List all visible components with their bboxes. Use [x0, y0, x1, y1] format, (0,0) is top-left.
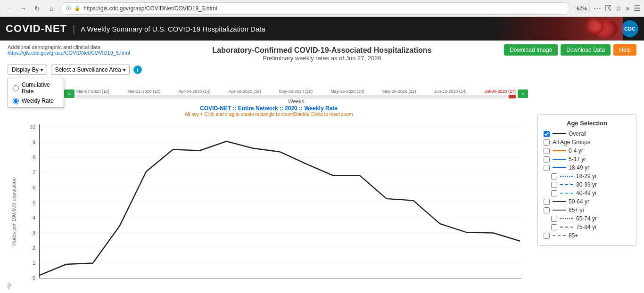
- timeline-back-button[interactable]: «: [64, 90, 74, 98]
- weekly-rate-radio[interactable]: [13, 98, 19, 104]
- age-line-50-64: [553, 201, 566, 202]
- timeline-marker-1: Mar-21-2020 (12): [127, 89, 160, 94]
- age-label-50-64: 50-64 yr: [569, 198, 589, 205]
- age-checkbox-0-4[interactable]: [544, 148, 550, 154]
- age-item-all-groups: All Age Groups: [544, 139, 630, 146]
- more-options-button[interactable]: ⋯: [594, 4, 601, 13]
- age-panel-title: Age Selection: [544, 120, 630, 127]
- chart-area: COVID-NET :: Entire Network :: 2020 :: W…: [8, 105, 636, 293]
- controls-row: Display By Cumulative Rate Weekly Rate S…: [8, 65, 636, 75]
- main-content: Additional demographic and clinical data…: [0, 41, 644, 293]
- age-line-18-29: [560, 176, 573, 177]
- top-right-buttons: Download Image Download Data Help: [504, 44, 636, 56]
- bookmark-star-button[interactable]: ☆: [615, 4, 622, 13]
- reload-button[interactable]: ↻: [32, 3, 42, 14]
- age-line-30-39: [560, 184, 573, 185]
- age-label-65-74: 65-74 yr: [576, 215, 597, 222]
- age-checkbox-50-64[interactable]: [544, 199, 550, 205]
- age-line-85plus: [553, 235, 566, 236]
- age-label-40-49: 40-49 yr: [576, 190, 597, 196]
- age-label-18-29: 18-29 yr: [576, 173, 597, 179]
- timeline-marker-4: May-02-2020 (18): [279, 89, 313, 94]
- svg-text:0: 0: [33, 275, 35, 281]
- svg-text:2: 2: [33, 245, 35, 251]
- age-label-5-17: 5-17 yr: [569, 156, 586, 163]
- site-logo: COVID-NET: [6, 23, 67, 35]
- age-checkbox-all-groups[interactable]: [544, 139, 550, 146]
- timeline-marker-3: Apr-18-2020 (16): [229, 89, 261, 94]
- home-button[interactable]: ⌂: [46, 3, 57, 14]
- site-subtitle: A Weekly Summary of U.S. COVID-19 Hospit…: [81, 25, 265, 33]
- age-item-30-39: 30-39 yr: [551, 181, 630, 188]
- display-by-dropdown: Cumulative Rate Weekly Rate: [8, 78, 64, 108]
- age-label-0-4: 0-4 yr: [569, 147, 583, 154]
- age-checkbox-75-84[interactable]: [551, 224, 557, 230]
- weeks-label: Weeks: [64, 98, 528, 104]
- top-links: Additional demographic and clinical data…: [8, 44, 130, 56]
- cumulative-rate-option[interactable]: Cumulative Rate: [8, 80, 64, 96]
- age-label-18-49: 18-49 yr: [569, 164, 589, 171]
- page-subtitle: Preliminary weekly rates as of Jun 27, 2…: [8, 55, 636, 62]
- age-line-overall: [553, 133, 566, 134]
- display-by-button[interactable]: Display By: [8, 65, 47, 75]
- chart-svg[interactable]: 0 1 2 3 4 5 6 7 8 9 10 11: [8, 119, 530, 293]
- address-bar[interactable]: ☉ 🔒: [60, 2, 570, 15]
- url-input[interactable]: [83, 5, 565, 12]
- age-label-all-groups: All Age Groups: [553, 139, 590, 146]
- weekly-rate-option[interactable]: Weekly Rate: [8, 96, 64, 106]
- timeline-marker-7: Jun-13-2020 (24): [434, 89, 467, 94]
- site-header: COVID-NET | A Weekly Summary of U.S. COV…: [0, 17, 644, 41]
- age-item-18-29: 18-29 yr: [551, 173, 630, 179]
- svg-text:Rates per 100,000 population: Rates per 100,000 population: [11, 177, 17, 245]
- age-checkbox-overall[interactable]: [544, 131, 550, 137]
- age-item-overall: Overall: [544, 130, 630, 137]
- chart-hint: Alt key + Click and drag to create recta…: [8, 112, 530, 117]
- age-checkbox-65-74[interactable]: [551, 216, 557, 222]
- age-checkbox-40-49[interactable]: [551, 190, 557, 196]
- svg-text:Mar-14-2020 (11): Mar-14-2020 (11): [8, 282, 12, 293]
- svg-text:10: 10: [30, 124, 35, 130]
- svg-text:9: 9: [33, 139, 35, 145]
- x-axis-labels: Mar-07-2020 (10) Mar-14-2020 (11) Mar-21…: [8, 270, 399, 293]
- age-checkbox-30-39[interactable]: [551, 182, 557, 188]
- download-image-button[interactable]: Download Image: [504, 44, 558, 56]
- chart-line-overall: [40, 141, 520, 275]
- age-item-18-49: 18-49 yr: [544, 164, 630, 171]
- age-line-40-49: [560, 193, 573, 194]
- age-label-65plus: 65+ yr: [569, 207, 585, 213]
- age-selection-panel: Age Selection Overall All Age Groups 0-4…: [537, 114, 636, 246]
- age-line-0-4: [553, 150, 566, 151]
- age-checkbox-18-49[interactable]: [544, 165, 550, 171]
- forward-button[interactable]: →: [18, 3, 28, 14]
- age-label-overall: Overall: [569, 130, 586, 137]
- age-item-0-4: 0-4 yr: [544, 147, 630, 154]
- svg-text:8: 8: [33, 155, 35, 160]
- cdc-logo: CDC: [621, 20, 638, 37]
- download-data-button[interactable]: Download Data: [561, 44, 611, 56]
- age-checkbox-85plus[interactable]: [544, 233, 550, 239]
- lock-icon: 🔒: [74, 5, 81, 11]
- help-button[interactable]: Help: [613, 44, 636, 56]
- zoom-level: 67%: [574, 5, 590, 12]
- menu-button[interactable]: ☰: [634, 4, 640, 13]
- extensions-button[interactable]: »: [626, 4, 630, 13]
- age-item-50-64: 50-64 yr: [544, 198, 630, 205]
- age-checkbox-18-29[interactable]: [551, 173, 557, 179]
- surveillance-area-button[interactable]: Select a Surveillance Area: [51, 65, 130, 75]
- additional-data-link[interactable]: https://gis.cdc.gov/grasp/COVIDNet/COVID…: [8, 50, 130, 56]
- svg-text:4: 4: [33, 215, 35, 220]
- age-checkbox-5-17[interactable]: [544, 156, 550, 163]
- age-item-75-84: 75-84 yr: [551, 224, 630, 230]
- cumulative-rate-radio[interactable]: [13, 85, 19, 91]
- chart-title: COVID-NET :: Entire Network :: 2020 :: W…: [8, 105, 530, 112]
- bookmark-shield-button[interactable]: ☈: [605, 4, 611, 13]
- age-checkbox-65plus[interactable]: [544, 207, 550, 213]
- timeline-marker-0: Mar-07-2020 (10): [76, 89, 109, 94]
- age-label-85plus: 85+: [569, 232, 578, 239]
- timeline-forward-button[interactable]: »: [518, 90, 528, 98]
- back-button[interactable]: ←: [4, 3, 14, 14]
- age-item-85plus: 85+: [544, 232, 630, 239]
- info-icon[interactable]: i: [133, 65, 142, 74]
- timeline-marker-8: Jul-04-2020 (27): [485, 89, 516, 94]
- age-item-65plus: 65+ yr: [544, 207, 630, 213]
